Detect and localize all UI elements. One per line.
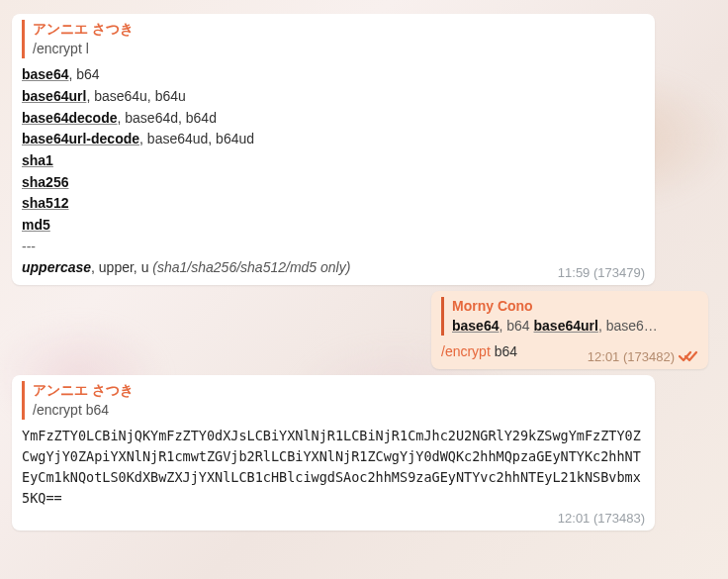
message-list: アンニエ さつき /encrypt l base64, b64base64url… — [0, 0, 728, 544]
reply-tool: base64url — [534, 318, 598, 334]
tool-line: sha256 — [22, 172, 645, 194]
message-body: base64, b64base64url, base64u, b64ubase6… — [22, 64, 645, 237]
separator: --- — [22, 237, 645, 258]
tool-name[interactable]: sha1 — [22, 152, 53, 168]
message-incoming[interactable]: アンニエ さつき /encrypt l base64, b64base64url… — [12, 14, 655, 285]
message-timestamp: 12:01 (173483) — [558, 511, 645, 526]
reply-tool: base64 — [452, 318, 499, 334]
command-text[interactable]: /encrypt — [441, 343, 491, 359]
option-name: uppercase — [22, 259, 91, 275]
read-status-icon — [679, 349, 698, 363]
tool-name[interactable]: md5 — [22, 217, 50, 233]
tool-line: sha512 — [22, 193, 645, 215]
message-incoming[interactable]: アンニエ さつき /encrypt b64 YmFzZTY0LCBiNjQKYm… — [12, 375, 655, 531]
option-line: uppercase, upper, u (sha1/sha256/sha512/… — [22, 257, 645, 279]
tool-name[interactable]: sha256 — [22, 174, 68, 190]
tool-name[interactable]: base64url — [22, 88, 86, 104]
tool-line: md5 — [22, 215, 645, 237]
reply-author: アンニエ さつき — [33, 381, 645, 401]
tool-name[interactable]: base64decode — [22, 110, 118, 126]
reply-author: アンニエ さつき — [33, 20, 645, 40]
tool-line: base64, b64 — [22, 64, 645, 86]
reply-quote[interactable]: Morny Cono base64, b64 base64url, base6… — [441, 297, 698, 336]
tool-aliases: , base64u, b64u — [86, 88, 185, 104]
message-body: YmFzZTY0LCBiNjQKYmFzZTY0dXJsLCBiYXNlNjR1… — [22, 426, 645, 525]
message-timestamp: 11:59 (173479) — [558, 265, 645, 280]
tool-name[interactable]: sha512 — [22, 195, 68, 211]
tool-name[interactable]: base64url-decode — [22, 131, 139, 146]
command-arg: b64 — [491, 343, 517, 359]
tool-line: base64decode, base64d, b64d — [22, 108, 645, 130]
tool-aliases: , base64d, b64d — [118, 110, 217, 126]
tool-line: base64url, base64u, b64u — [22, 86, 645, 108]
option-note: (sha1/sha256/sha512/md5 only) — [152, 259, 350, 275]
tool-name[interactable]: base64 — [22, 66, 68, 82]
reply-text: base64, b64 base64url, base6… — [452, 317, 698, 337]
reply-text: /encrypt l — [33, 40, 645, 59]
tool-aliases: , b64 — [68, 66, 99, 82]
reply-quote[interactable]: アンニエ さつき /encrypt l — [22, 20, 645, 58]
option-aliases: , upper, u — [91, 259, 152, 275]
reply-quote[interactable]: アンニエ さつき /encrypt b64 — [22, 381, 645, 420]
reply-author: Morny Cono — [452, 297, 698, 317]
tool-aliases: , base64ud, b64ud — [139, 131, 254, 146]
message-timestamp: 12:01 (173482) — [588, 349, 675, 364]
message-outgoing[interactable]: Morny Cono base64, b64 base64url, base6…… — [431, 291, 708, 369]
reply-text: /encrypt b64 — [33, 401, 645, 421]
tool-line: sha1 — [22, 150, 645, 172]
tool-line: base64url-decode, base64ud, b64ud — [22, 129, 645, 150]
